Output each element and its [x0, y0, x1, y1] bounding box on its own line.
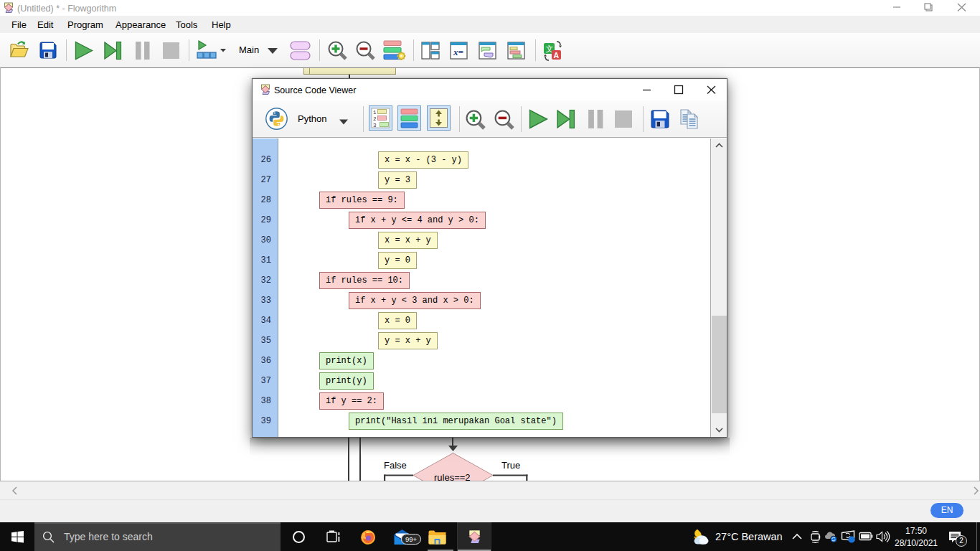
svg-text:1: 1: [373, 110, 377, 116]
svg-text:A: A: [554, 51, 560, 60]
svg-text:2: 2: [373, 116, 377, 122]
svg-text:x=: x=: [453, 47, 463, 57]
svg-text:3: 3: [373, 123, 377, 128]
